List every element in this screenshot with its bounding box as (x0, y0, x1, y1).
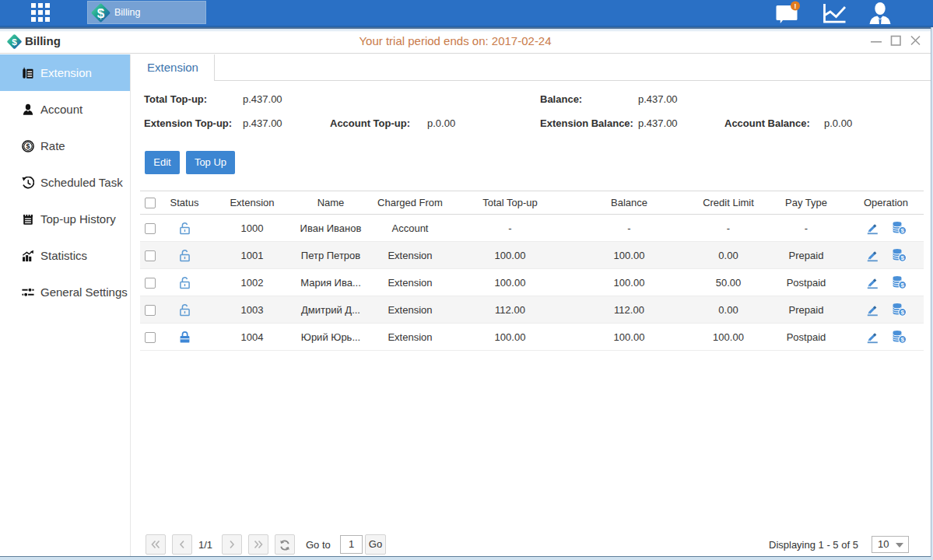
svg-text:$: $ (900, 227, 904, 234)
svg-text:!: ! (794, 2, 797, 10)
svg-text:$: $ (26, 142, 30, 150)
svg-text:$: $ (900, 282, 904, 289)
svg-text:$: $ (97, 5, 105, 20)
svg-text:$: $ (900, 336, 904, 343)
svg-text:$: $ (900, 309, 904, 316)
svg-text:$: $ (900, 254, 904, 261)
